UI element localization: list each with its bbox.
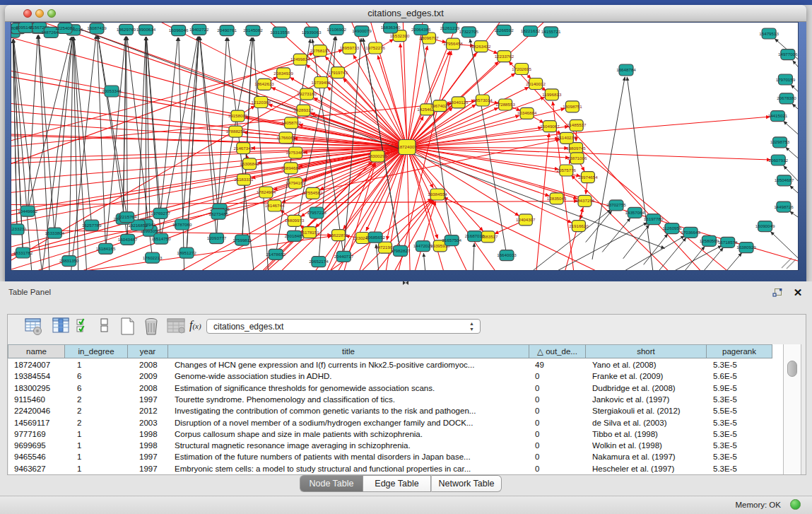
column-header-short[interactable]: short	[586, 344, 707, 358]
graph-node[interactable]: 17919743	[328, 67, 348, 78]
table-row[interactable]: 1872400712008Changes of HCN gene express…	[8, 359, 782, 370]
graph-node[interactable]: 18273486	[208, 209, 228, 219]
graph-node[interactable]: 19769277	[151, 208, 170, 218]
graph-node[interactable]: 12580569	[700, 235, 719, 246]
graph-node[interactable]: 16090049	[755, 221, 775, 232]
table-row[interactable]: 2242004622012Investigating the contribut…	[8, 405, 782, 416]
select-all-columns-icon[interactable]	[76, 317, 91, 336]
graph-node[interactable]: 20575776	[557, 165, 577, 176]
graph-node[interactable]: 20607912	[769, 155, 789, 165]
graph-node[interactable]: 12106902	[326, 24, 346, 35]
column-header-indegree[interactable]: in_degree	[65, 344, 128, 358]
graph-node[interactable]: 12404307	[516, 214, 536, 226]
graph-node[interactable]: 18724007	[397, 140, 417, 155]
graph-node[interactable]: 11766065	[276, 132, 296, 144]
table-row[interactable]: 977716911998Corpus callosum shape and si…	[8, 428, 782, 440]
graph-node[interactable]: 15333804	[45, 228, 65, 238]
graph-node[interactable]: 18300295	[367, 151, 387, 162]
vertical-scrollbar[interactable]	[783, 344, 801, 474]
graph-node[interactable]: 11996813	[542, 89, 562, 100]
graph-node[interactable]: 23831350	[59, 256, 79, 267]
graph-node[interactable]: 21916620	[569, 221, 589, 232]
graph-node[interactable]: 14146744	[265, 200, 285, 211]
graph-node[interactable]: 22215764	[117, 212, 137, 223]
window-titlebar[interactable]: citations_edges.txt	[5, 5, 806, 22]
float-panel-icon[interactable]	[772, 288, 783, 298]
table-row[interactable]: 911546021997Tourette syndrome. Phenomeno…	[8, 394, 782, 405]
graph-node[interactable]: 23145082	[243, 25, 263, 36]
graph-node[interactable]: 16087419	[87, 23, 107, 34]
graph-node[interactable]: 23702755	[606, 200, 626, 211]
column-header-name[interactable]: name	[8, 344, 65, 358]
graph-node[interactable]: 19402722	[189, 24, 209, 35]
graph-node[interactable]: 14977006	[778, 49, 798, 60]
graph-node[interactable]: 22064385	[411, 25, 431, 35]
table-source-dropdown[interactable]: citations_edges.txt ▲▼	[206, 319, 481, 334]
graph-node[interactable]: 21467343	[234, 143, 254, 154]
graph-node[interactable]: 13098751	[563, 101, 582, 112]
network-canvas[interactable]: 1472190112302421156228751517815114809973…	[11, 22, 799, 271]
graph-node[interactable]: 10313558	[270, 27, 290, 37]
graph-node[interactable]: 21261229	[440, 23, 460, 33]
graph-node[interactable]: 20685652	[365, 232, 385, 243]
table-row[interactable]: 946554611997Estimation of the future num…	[8, 451, 782, 462]
graph-node[interactable]: 16836340	[381, 23, 401, 33]
graph-node[interactable]: 13629769	[117, 24, 136, 35]
graph-node[interactable]: 20652174	[309, 257, 329, 267]
graph-node[interactable]: 16718578	[718, 237, 738, 247]
graph-node[interactable]: 20490761	[217, 25, 237, 36]
table-row[interactable]: 946362711997Embryonic stem cells: a mode…	[8, 463, 782, 474]
graph-node[interactable]: 14357064	[625, 207, 645, 218]
graph-node[interactable]: 10739493	[312, 77, 331, 88]
graph-node[interactable]: 13197780	[644, 214, 664, 225]
graph-node[interactable]: 20678380	[777, 93, 796, 104]
graph-node[interactable]: 19753484	[286, 147, 305, 158]
graph-node[interactable]: 17957223	[307, 207, 326, 218]
graph-node[interactable]: 12266592	[494, 25, 514, 35]
graph-node[interactable]: 15479513	[759, 28, 779, 39]
graph-node[interactable]: 23018485	[285, 230, 305, 241]
graph-node[interactable]: 21140239	[557, 132, 577, 144]
column-visibility-icon[interactable]	[52, 317, 71, 336]
graph-node[interactable]: 19809745	[566, 143, 586, 154]
graph-node[interactable]: 21478652	[266, 249, 286, 259]
graph-node[interactable]: 17982827	[391, 245, 411, 256]
graph-node[interactable]: 18221632	[521, 26, 541, 37]
function-builder-icon[interactable]: f(x)	[189, 319, 201, 332]
graph-node[interactable]: 17602213	[143, 252, 163, 263]
graph-node[interactable]: 17554582	[303, 187, 323, 199]
graph-node[interactable]: 17036643	[681, 227, 700, 238]
graph-node[interactable]: 14900079	[352, 26, 372, 37]
graph-node[interactable]: 17202695	[512, 64, 531, 75]
graph-node[interactable]: 17322705	[459, 27, 479, 37]
graph-node[interactable]: 18263432	[471, 41, 491, 52]
graph-node[interactable]: 16096046	[169, 25, 189, 36]
close-panel-icon[interactable]: ✕	[792, 287, 804, 298]
graph-node[interactable]: 11260956	[662, 223, 682, 234]
graph-node[interactable]: 21687018	[465, 231, 485, 242]
graph-node[interactable]: 21233231	[11, 224, 27, 235]
graph-node[interactable]: 18573034	[473, 95, 493, 106]
graph-node[interactable]: 16648784	[616, 64, 636, 76]
tab-network-table[interactable]: Network Table	[431, 475, 502, 492]
table-row[interactable]: 1830029562008Estimation of significance …	[8, 382, 782, 394]
graph-node[interactable]: 18787060	[172, 219, 192, 230]
graph-node[interactable]: 14809973	[285, 215, 305, 226]
graph-node[interactable]: 20140012	[526, 78, 546, 90]
graph-node[interactable]: 19752276	[365, 42, 385, 54]
graph-node[interactable]: 10894681	[281, 163, 301, 174]
graph-node[interactable]: 10504687	[775, 175, 794, 186]
delete-table-icon[interactable]	[142, 317, 162, 337]
graph-node[interactable]: 14472029	[413, 241, 433, 252]
create-table-icon[interactable]	[119, 317, 137, 337]
graph-node[interactable]: 21657504	[442, 235, 461, 246]
graph-node[interactable]: 23871006	[567, 153, 587, 164]
graph-node[interactable]: 12093777	[207, 233, 227, 244]
table-row[interactable]: 1456911722003Disruption of a novel membe…	[8, 417, 782, 428]
graph-node[interactable]: 12939063	[302, 27, 322, 37]
graph-node[interactable]: 15049067	[540, 121, 560, 132]
column-header-pagerank[interactable]: pagerank	[707, 344, 772, 358]
graph-node[interactable]: 17956458	[443, 38, 463, 49]
scrollbar-thumb[interactable]	[787, 361, 797, 377]
graph-node[interactable]: 18959733	[340, 42, 360, 54]
